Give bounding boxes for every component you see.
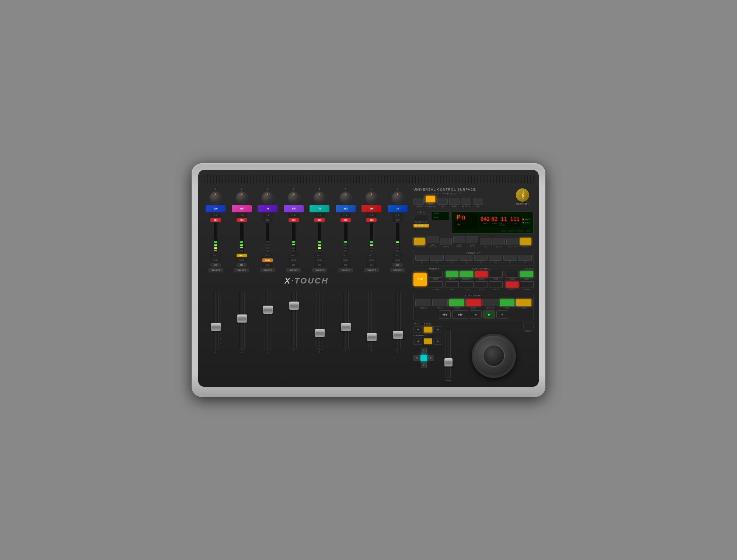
ch-select-6[interactable]: SELECT (338, 268, 353, 272)
ch-select-3[interactable]: SELECT (260, 268, 275, 272)
pad-outputs[interactable] (506, 238, 518, 245)
ch-rec-3[interactable]: REC (262, 218, 273, 222)
pad-group[interactable] (489, 281, 503, 288)
ch-clip-1[interactable]: CLIP (210, 213, 221, 217)
fn-pad-f6[interactable] (489, 255, 502, 261)
rotary-2[interactable] (235, 191, 248, 204)
ch-select-4[interactable]: SELECT (286, 268, 301, 272)
tp-pad-marker[interactable] (415, 299, 431, 306)
ch-bank-right[interactable]: ▶ (433, 338, 442, 345)
ctrl-record[interactable]: ● (496, 310, 508, 319)
ch-solo-6[interactable]: SOLO (340, 254, 351, 257)
tp-pad-cycle[interactable] (449, 299, 465, 306)
ch-sig-7[interactable]: SIG (366, 263, 377, 267)
fn-pad-f1[interactable] (415, 255, 429, 261)
pad-trim[interactable] (489, 271, 503, 278)
ctrl-stop[interactable]: ■ (470, 310, 482, 319)
pad-option[interactable] (446, 271, 459, 278)
fader-track-4[interactable] (291, 291, 297, 350)
enc-pad-track[interactable] (413, 198, 424, 205)
ctrl-play[interactable]: ▶ (483, 310, 495, 319)
ch-sig-6[interactable]: SIG (340, 263, 351, 267)
pad-aux[interactable] (480, 238, 492, 245)
pad-control[interactable] (429, 281, 443, 288)
ch-mute-7[interactable]: MUTE (366, 258, 377, 262)
scrub-pad[interactable] (523, 323, 534, 329)
ch-solo-4[interactable]: SOLO (289, 254, 299, 257)
tp-pad-nudge[interactable] (432, 299, 448, 306)
jog-wheel[interactable] (472, 334, 516, 378)
rotary-6[interactable] (339, 191, 352, 204)
ch-rec-6[interactable]: REC (340, 218, 351, 222)
pad-audio-tracks[interactable] (453, 236, 465, 243)
rotary-4[interactable] (287, 191, 300, 204)
ch-bank-left[interactable]: ◀ (413, 338, 422, 345)
pad-buses[interactable] (493, 238, 505, 245)
fader-track-5[interactable] (317, 291, 322, 350)
fb-left[interactable]: ◀ (413, 326, 422, 333)
pad-latch[interactable] (475, 281, 488, 288)
pad-midi-tracks[interactable] (427, 236, 439, 243)
ch-mute-4[interactable]: MUTE (289, 258, 299, 262)
enc-pad-pan[interactable] (425, 196, 436, 202)
pad-audio-inst[interactable] (467, 236, 478, 243)
ch-mute-5[interactable]: MUTE (314, 258, 325, 262)
ch-clip-3[interactable]: CLIP (262, 213, 273, 217)
tp-pad-solo[interactable] (516, 299, 532, 306)
enc-pad-send[interactable] (449, 198, 460, 205)
pad-b-alt[interactable] (446, 281, 459, 288)
rotary-5[interactable] (313, 191, 326, 204)
ch-solo-5[interactable]: SOLO (314, 254, 325, 257)
fn-pad-f4[interactable] (460, 255, 473, 261)
ch-select-5[interactable]: SELECT (312, 268, 327, 272)
tp-pad-click[interactable] (499, 299, 515, 306)
pad-cancel[interactable] (506, 281, 519, 288)
ch-sig-5[interactable]: SIG (314, 263, 325, 267)
fn-pad-f3[interactable] (445, 255, 458, 261)
ch-rec-2[interactable]: REC (237, 218, 247, 222)
ch-clip-2[interactable]: CLIP (237, 213, 247, 217)
pad-enter[interactable] (520, 281, 534, 288)
rotary-8[interactable] (391, 191, 404, 204)
nav-left[interactable]: ◀ (413, 355, 419, 361)
fn-pad-f2[interactable] (430, 255, 444, 261)
ch-bank-center[interactable] (423, 338, 432, 345)
ctrl-ff[interactable]: ▶▶ (452, 310, 468, 319)
ch-mute-2[interactable]: MUTE (237, 258, 247, 262)
ch-sig-2[interactable]: SIG (237, 263, 247, 267)
ch-clip-5[interactable]: CLIP (314, 213, 325, 217)
ch-select-7[interactable]: SELECT (364, 268, 379, 272)
enc-pad-inst[interactable] (473, 198, 483, 205)
ch-select-8[interactable]: SELECT (390, 268, 405, 272)
ch-solo-2[interactable]: SOLO (237, 254, 247, 257)
ch-select-2[interactable]: SELECT (234, 268, 249, 272)
pad-undo[interactable] (520, 271, 534, 278)
ch-rec-4[interactable]: REC (289, 218, 299, 222)
tp-pad-replace[interactable] (482, 299, 498, 306)
ch-rec-7[interactable]: REC (366, 218, 377, 222)
fader-track-6[interactable] (343, 291, 349, 350)
ch-solo-8[interactable]: SOLO (392, 254, 403, 257)
nav-right[interactable]: ▶ (428, 355, 434, 361)
pad-write[interactable] (475, 271, 488, 278)
ch-sig-8[interactable]: SIG (392, 263, 403, 267)
fn-pad-f5[interactable] (474, 255, 488, 261)
ch-clip-8[interactable]: CLIP (392, 213, 403, 217)
pad-touch[interactable] (460, 281, 474, 288)
nav-up[interactable]: ▲ (421, 348, 427, 354)
fn-pad-f8[interactable] (518, 255, 532, 261)
fn-pad-f7[interactable] (503, 255, 517, 261)
rotary-1[interactable] (209, 191, 222, 204)
ch-sig-3[interactable]: SIG (262, 263, 273, 267)
ch-solo-1[interactable]: SOLO (210, 254, 221, 257)
ch-select-1[interactable]: SELECT (208, 268, 223, 272)
enc-pad-plugin[interactable] (461, 198, 471, 205)
nav-down[interactable]: ▼ (421, 362, 427, 368)
fb-right[interactable]: ▶ (433, 326, 442, 333)
fader-track-1[interactable]: +1050-5-10-20-30-40-50-60∞ (213, 291, 219, 350)
ch-mute-3[interactable]: MUTE (262, 258, 273, 262)
nav-center[interactable] (420, 355, 427, 361)
ch-sig-1[interactable]: SIG (210, 263, 221, 267)
name-value-btn[interactable] (413, 214, 429, 220)
pad-user[interactable] (520, 238, 531, 245)
